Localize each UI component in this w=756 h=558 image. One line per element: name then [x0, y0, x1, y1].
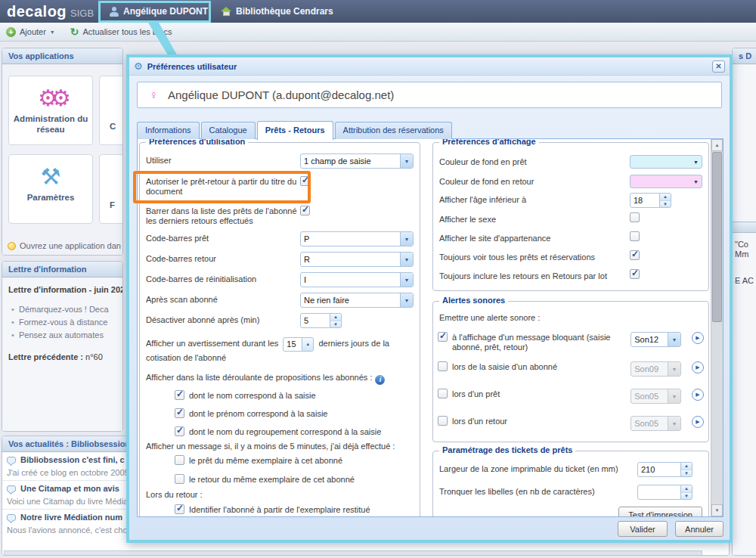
barrer-checkbox[interactable]: ✓	[300, 206, 310, 215]
play-sound-button[interactable]: ▶	[692, 416, 704, 428]
checkbox[interactable]	[175, 455, 184, 465]
prop-check-prenom[interactable]: ✓ dont le prénom correspond à la saisie	[175, 408, 414, 419]
scrollbar-thumb[interactable]	[712, 152, 722, 322]
sound-select: Son05 ▼	[631, 389, 681, 404]
tab-catalogue[interactable]: Catalogue	[201, 122, 256, 139]
tile-partial-top[interactable]: C	[99, 76, 122, 145]
gear-icon: ⚙	[134, 61, 143, 71]
barrer-label: Barrer dans la liste des prêts de l'abon…	[146, 204, 300, 226]
checkbox[interactable]: ✓	[175, 426, 184, 436]
identifier-check[interactable]: ✓ Identifier l'abonné à partir de l'exem…	[175, 504, 414, 515]
dialog-titlebar[interactable]: ⚙ Préférences utilisateur ✕	[129, 57, 730, 76]
scroll-up-icon[interactable]: ▲	[711, 139, 723, 151]
tile-parametres[interactable]: ⚒ Paramètres	[8, 154, 93, 224]
spin-down-icon[interactable]: ▼	[660, 201, 671, 208]
sexe-checkbox[interactable]	[630, 212, 640, 222]
spin-up-icon[interactable]: ▲	[660, 194, 671, 201]
add-icon: +	[6, 27, 16, 37]
spin-up-icon[interactable]: ▲	[302, 338, 313, 352]
sound-checkbox[interactable]	[438, 361, 448, 371]
callout-user-highlight	[98, 1, 211, 23]
checkbox[interactable]: ✓	[175, 390, 184, 400]
newsletter-link[interactable]: •Démarquez-vous ! Deca	[8, 303, 116, 316]
message-label: Afficher un message si, il y a moins de …	[146, 441, 414, 451]
sound-label: à l'affichage d'un message bloquant (sai…	[452, 332, 626, 352]
sound-select[interactable]: Son12 ▼	[631, 332, 681, 347]
sound-row-retour: lors d'un retour Son05 ▼ ▶	[438, 416, 704, 431]
utiliser-select[interactable]: 1 champ de saisie ▼	[300, 153, 414, 169]
couleur-retour-label: Couleur de fond en retour	[439, 175, 630, 187]
sounds-intro: Emettre une alerte sonore :	[439, 312, 702, 323]
spin-down-icon[interactable]: ▼	[330, 321, 341, 328]
app-logo: decalog SIGB	[7, 3, 94, 20]
info-icon[interactable]: i	[375, 375, 385, 385]
codebarres-pret-select[interactable]: P ▼	[300, 231, 414, 246]
home-icon	[221, 7, 231, 16]
sound-row-pret: lors d'un prêt Son05 ▼ ▶	[438, 389, 704, 404]
sound-checkbox[interactable]	[438, 389, 448, 398]
inclure-retours-checkbox[interactable]: ✓	[630, 269, 640, 279]
right-column-panel: s D "Co Mm E AC	[732, 48, 756, 556]
age-spinner[interactable]: 18 ▲▼	[630, 193, 671, 208]
apres-scan-select[interactable]: Ne rien faire ▼	[300, 293, 414, 308]
newsletter-link[interactable]: •Pensez aux automates	[8, 329, 116, 342]
tab-prets-retours[interactable]: Prêts - Retours	[257, 121, 333, 140]
couleur-retour-dropdown[interactable]: ▼	[630, 175, 702, 188]
play-sound-button[interactable]: ▶	[692, 361, 704, 374]
play-sound-button[interactable]: ▶	[692, 332, 704, 344]
chevron-down-icon: ▼	[400, 273, 413, 287]
sounds-fieldset: Alertes sonores Emettre une alerte sonor…	[432, 301, 709, 442]
spin-up-icon[interactable]: ▲	[681, 485, 692, 493]
cancel-button[interactable]: Annuler	[675, 521, 723, 537]
msg-check-pret[interactable]: le prêt du même exemplaire à cet abonné	[175, 455, 414, 466]
refresh-blocks-button[interactable]: ↻ Actualiser tous les blocs	[70, 27, 172, 37]
library-menu-label: Bibliothèque Cendrars	[236, 6, 333, 17]
tronquer-spinner[interactable]: ▲▼	[637, 485, 692, 500]
sound-checkbox[interactable]: ✓	[438, 332, 448, 342]
newsletter-heading[interactable]: Lettre d'information - juin 2020	[8, 285, 116, 294]
tile-administration[interactable]: ⚙⚙ Administration du réseau	[8, 76, 93, 145]
tab-attribution-reservations[interactable]: Attribution des réservations	[335, 122, 452, 139]
close-button[interactable]: ✕	[712, 60, 725, 73]
library-menu[interactable]: Bibliothèque Cendrars	[212, 0, 342, 23]
voir-prets-label: Toujours voir tous les prêts et réservat…	[439, 250, 630, 262]
scroll-down-icon[interactable]: ▼	[711, 504, 723, 516]
newsletter-panel-header: Lettre d'information	[2, 262, 122, 277]
spin-up-icon[interactable]: ▲	[330, 314, 341, 321]
checkbox[interactable]: ✓	[175, 504, 184, 514]
avertissement-spinner[interactable]: 15 ▲▼	[283, 337, 314, 352]
add-button[interactable]: + Ajouter ▼	[6, 27, 55, 37]
female-icon: ♀	[149, 88, 158, 102]
utiliser-label: Utiliser	[146, 153, 300, 166]
site-checkbox[interactable]	[630, 231, 640, 241]
tile-partial-bottom[interactable]: F	[99, 154, 122, 224]
checkbox[interactable]: ✓	[175, 408, 184, 418]
bullet-icon: •	[11, 303, 14, 316]
sound-checkbox[interactable]	[438, 416, 448, 426]
spin-up-icon[interactable]: ▲	[681, 463, 692, 470]
voir-prets-checkbox[interactable]: ✓	[630, 250, 640, 260]
tile-partial-bottom-label: F	[100, 200, 122, 211]
largeur-spinner[interactable]: 210 ▲▼	[637, 462, 692, 477]
desactiver-spinner[interactable]: 5 ▲▼	[300, 313, 342, 328]
apps-hint-text: Ouvrez une application dan	[20, 241, 121, 250]
validate-button[interactable]: Valider	[618, 521, 668, 537]
prop-check-regroupement[interactable]: ✓ dont le nom du regroupement correspond…	[175, 426, 414, 437]
dialog-scrollbar[interactable]: ▲ ▼	[711, 139, 723, 516]
couleur-pret-dropdown[interactable]: ▼	[630, 155, 702, 169]
codebarres-retour-select[interactable]: R ▼	[300, 252, 414, 267]
play-icon: ▶	[696, 419, 699, 425]
spin-down-icon[interactable]: ▼	[681, 493, 692, 500]
previous-newsletter-number[interactable]: n°60	[85, 352, 103, 361]
prop-check-nom[interactable]: ✓ dont le nom correspond à la saisie	[175, 390, 414, 401]
close-icon: ✕	[715, 62, 721, 70]
msg-check-retour[interactable]: le retour du même exemplaire de cet abon…	[175, 474, 414, 485]
checkbox[interactable]	[175, 474, 184, 484]
spin-down-icon[interactable]: ▼	[681, 470, 692, 477]
test-impression-button[interactable]: Test d'impression	[618, 507, 702, 517]
tab-informations[interactable]: Informations	[137, 122, 200, 139]
play-sound-button[interactable]: ▶	[692, 389, 704, 401]
codebarres-reinit-select[interactable]: I ▼	[300, 272, 414, 287]
newsletter-link[interactable]: •Formez-vous à distance	[8, 316, 116, 329]
check-icon: ✓	[176, 407, 184, 417]
